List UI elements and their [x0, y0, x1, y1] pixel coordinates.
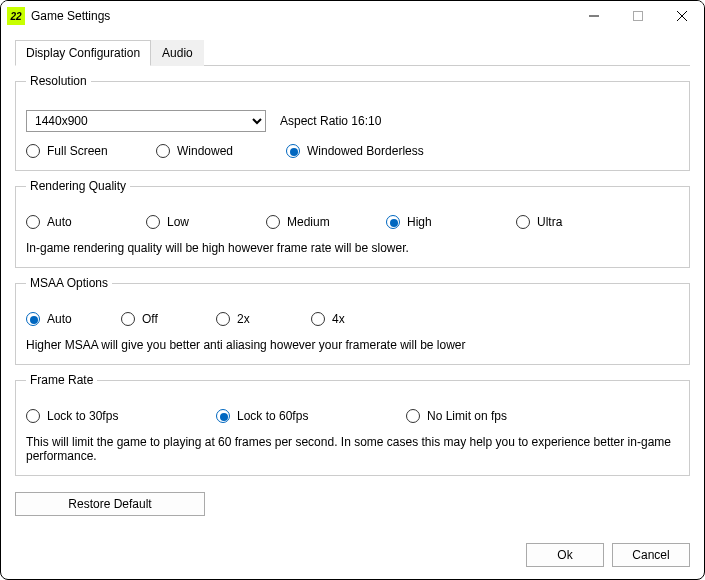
radio-label: Full Screen	[47, 144, 108, 158]
radio-label: Windowed Borderless	[307, 144, 424, 158]
legend-resolution: Resolution	[26, 74, 91, 88]
tab-audio[interactable]: Audio	[151, 40, 204, 66]
window-title: Game Settings	[31, 9, 110, 23]
radio-fps-nolimit[interactable]: No Limit on fps	[406, 409, 507, 423]
content-area: Display Configuration Audio Resolution 1…	[1, 31, 704, 530]
app-icon: 22	[7, 7, 25, 25]
radio-icon	[266, 215, 280, 229]
radio-borderless[interactable]: Windowed Borderless	[286, 144, 424, 158]
radio-icon	[216, 409, 230, 423]
radio-icon	[26, 312, 40, 326]
fieldset-quality: Rendering Quality Auto Low Medium High U…	[15, 179, 690, 268]
radio-quality-low[interactable]: Low	[146, 215, 266, 229]
msaa-description: Higher MSAA will give you better anti al…	[26, 338, 679, 352]
radio-icon	[386, 215, 400, 229]
legend-framerate: Frame Rate	[26, 373, 97, 387]
radio-label: Lock to 30fps	[47, 409, 118, 423]
radio-icon	[311, 312, 325, 326]
fieldset-resolution: Resolution 1440x900 Aspect Ratio 16:10 F…	[15, 74, 690, 171]
radio-fullscreen[interactable]: Full Screen	[26, 144, 156, 158]
restore-default-button[interactable]: Restore Default	[15, 492, 205, 516]
radio-msaa-2x[interactable]: 2x	[216, 312, 311, 326]
radio-label: Auto	[47, 215, 72, 229]
radio-icon	[26, 409, 40, 423]
close-button[interactable]	[660, 1, 704, 31]
minimize-button[interactable]	[572, 1, 616, 31]
legend-quality: Rendering Quality	[26, 179, 130, 193]
radio-icon	[156, 144, 170, 158]
radio-label: Windowed	[177, 144, 233, 158]
fieldset-framerate: Frame Rate Lock to 30fps Lock to 60fps N…	[15, 373, 690, 476]
radio-label: Low	[167, 215, 189, 229]
radio-label: Medium	[287, 215, 330, 229]
radio-windowed[interactable]: Windowed	[156, 144, 286, 158]
svg-rect-1	[634, 12, 643, 21]
aspect-ratio-label: Aspect Ratio 16:10	[280, 114, 381, 128]
radio-label: Lock to 60fps	[237, 409, 308, 423]
maximize-icon	[633, 11, 643, 21]
radio-icon	[26, 144, 40, 158]
titlebar: 22 Game Settings	[1, 1, 704, 31]
radio-label: 2x	[237, 312, 250, 326]
radio-msaa-off[interactable]: Off	[121, 312, 216, 326]
close-icon	[677, 11, 687, 21]
radio-quality-high[interactable]: High	[386, 215, 516, 229]
radio-msaa-4x[interactable]: 4x	[311, 312, 406, 326]
radio-label: 4x	[332, 312, 345, 326]
tab-display[interactable]: Display Configuration	[15, 40, 151, 66]
minimize-icon	[589, 11, 599, 21]
ok-button[interactable]: Ok	[526, 543, 604, 567]
fieldset-msaa: MSAA Options Auto Off 2x 4x Higher MSAA …	[15, 276, 690, 365]
radio-label: Auto	[47, 312, 72, 326]
radio-icon	[406, 409, 420, 423]
radio-label: Off	[142, 312, 158, 326]
legend-msaa: MSAA Options	[26, 276, 112, 290]
radio-icon	[286, 144, 300, 158]
dialog-footer: Ok Cancel	[526, 543, 690, 567]
radio-quality-ultra[interactable]: Ultra	[516, 215, 636, 229]
radio-msaa-auto[interactable]: Auto	[26, 312, 121, 326]
resolution-select[interactable]: 1440x900	[26, 110, 266, 132]
maximize-button[interactable]	[616, 1, 660, 31]
radio-fps-60[interactable]: Lock to 60fps	[216, 409, 406, 423]
radio-icon	[216, 312, 230, 326]
radio-label: Ultra	[537, 215, 562, 229]
fps-description: This will limit the game to playing at 6…	[26, 435, 679, 463]
radio-icon	[146, 215, 160, 229]
radio-icon	[26, 215, 40, 229]
quality-description: In-game rendering quality will be high h…	[26, 241, 679, 255]
radio-quality-medium[interactable]: Medium	[266, 215, 386, 229]
radio-icon	[121, 312, 135, 326]
cancel-button[interactable]: Cancel	[612, 543, 690, 567]
radio-quality-auto[interactable]: Auto	[26, 215, 146, 229]
radio-icon	[516, 215, 530, 229]
radio-fps-30[interactable]: Lock to 30fps	[26, 409, 216, 423]
tab-bar: Display Configuration Audio	[15, 39, 690, 66]
radio-label: No Limit on fps	[427, 409, 507, 423]
radio-label: High	[407, 215, 432, 229]
